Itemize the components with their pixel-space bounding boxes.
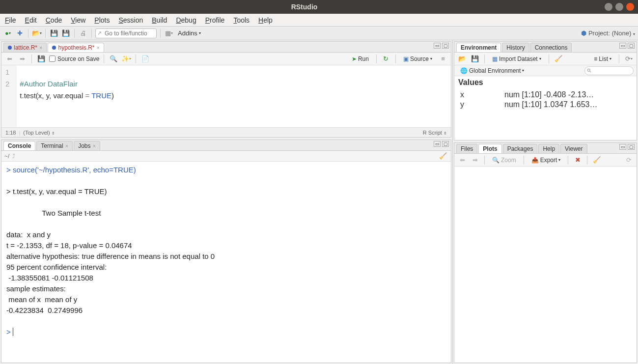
close-tab-icon[interactable]: × [65, 143, 68, 149]
clear-env-icon[interactable]: 🧹 [554, 54, 563, 64]
maximize-pane-icon[interactable]: ▢ [442, 43, 449, 49]
tab-help[interactable]: Help [538, 144, 559, 153]
minimize-pane-icon[interactable]: ▭ [434, 43, 441, 49]
export-button[interactable]: 📤 Export ▾ [528, 156, 564, 165]
grid-icon[interactable]: ▦▾ [164, 28, 174, 38]
window-controls [605, 3, 634, 11]
env-scope-bar: 🌐 Global Environment ▾ [454, 65, 637, 76]
maximize-button[interactable] [615, 3, 623, 11]
back-icon[interactable]: ⬅ [4, 54, 14, 64]
console-output[interactable]: > source('~/hypothesis.R', echo=TRUE) > … [1, 162, 451, 363]
addins-dropdown[interactable]: Addins ▾ [176, 29, 203, 37]
source-on-save-checkbox[interactable]: Source on Save [49, 56, 99, 62]
code-editor[interactable]: 1 2 #Author DataFlair t.test(x, y, var.e… [1, 65, 451, 127]
forward-icon[interactable]: ➡ [17, 54, 27, 64]
new-file-icon[interactable]: ●▾ [3, 28, 13, 38]
env-tabs: Environment History Connections ▭ ▢ [454, 42, 637, 53]
project-menu[interactable]: Project: (None) ▾ [588, 29, 635, 37]
env-row[interactable]: x num [1:10] -0.408 -2.13… [454, 90, 637, 100]
menu-view[interactable]: View [71, 16, 85, 24]
scope-selector[interactable]: 🌐 Global Environment ▾ [457, 66, 527, 75]
run-button[interactable]: ➤ Run [349, 55, 372, 63]
close-tab-icon[interactable]: × [39, 45, 42, 51]
env-search-input[interactable] [584, 66, 634, 75]
close-button[interactable] [626, 3, 634, 11]
outline-icon[interactable]: ≡ [438, 54, 448, 64]
console-path-icon[interactable]: ⤴ [12, 153, 15, 160]
new-project-icon[interactable]: ✚ [15, 28, 25, 38]
menu-file[interactable]: File [5, 16, 16, 24]
list-view-button[interactable]: ≡ List ▾ [591, 55, 614, 63]
env-row[interactable]: y num [1:10] 1.0347 1.653… [454, 100, 637, 110]
find-icon[interactable]: 🔍 [109, 54, 118, 64]
print-icon[interactable]: 🖨 [78, 28, 88, 38]
menu-plots[interactable]: Plots [94, 16, 110, 24]
load-workspace-icon[interactable]: 📂 [457, 54, 467, 64]
minimize-pane-icon[interactable]: ▭ [619, 144, 626, 150]
tab-console[interactable]: Console [3, 141, 35, 150]
maximize-pane-icon[interactable]: ▢ [628, 43, 635, 49]
separator [74, 29, 75, 38]
scope-selector[interactable]: (Top Level) ⇕ [23, 130, 55, 136]
close-tab-icon[interactable]: × [97, 45, 100, 51]
menu-edit[interactable]: Edit [25, 16, 37, 24]
separator [91, 29, 92, 38]
menu-code[interactable]: Code [46, 16, 62, 24]
console-path: ~/ [4, 153, 9, 160]
menu-tools[interactable]: Tools [233, 16, 250, 24]
clear-plots-icon[interactable]: 🧹 [592, 155, 602, 165]
project-icon: ⬢ [581, 29, 586, 37]
next-plot-icon[interactable]: ➡ [470, 155, 480, 165]
maximize-pane-icon[interactable]: ▢ [628, 144, 635, 150]
source-button[interactable]: ▣ Source ▾ [400, 55, 435, 63]
env-toolbar: 📂 💾 ▦ Import Dataset ▾ 🧹 ≡ List ▾ ⟳▾ [454, 53, 637, 65]
save-workspace-icon[interactable]: 💾 [470, 54, 480, 64]
tab-connections[interactable]: Connections [530, 43, 572, 52]
plots-pane: Files Plots Packages Help Viewer ▭ ▢ ⬅ ➡… [454, 142, 637, 363]
report-icon[interactable]: 📄 [140, 54, 150, 64]
minimize-button[interactable] [605, 3, 612, 11]
minimize-pane-icon[interactable]: ▭ [434, 141, 441, 147]
rerun-icon[interactable]: ↻ [381, 54, 391, 64]
refresh-plots-icon[interactable]: ⟳ [624, 155, 634, 165]
clear-console-icon[interactable]: 🧹 [438, 151, 448, 161]
tab-history[interactable]: History [502, 43, 529, 52]
import-dataset-button[interactable]: ▦ Import Dataset ▾ [489, 55, 544, 63]
prev-plot-icon[interactable]: ⬅ [457, 155, 467, 165]
tab-jobs[interactable]: Jobs × [74, 141, 100, 150]
tab-packages[interactable]: Packages [503, 144, 538, 153]
source-tab-1[interactable]: hypothesis.R* × [48, 43, 104, 52]
menu-help[interactable]: Help [258, 16, 273, 24]
tab-plots[interactable]: Plots [478, 144, 501, 153]
zoom-button[interactable]: 🔍 Zoom [489, 156, 519, 165]
menu-build[interactable]: Build [152, 16, 167, 24]
save-all-icon[interactable]: 💾 [61, 28, 71, 38]
file-type[interactable]: R Script ⇕ [423, 130, 447, 136]
source-tab-0[interactable]: lattice.R* × [3, 43, 47, 52]
minimize-pane-icon[interactable]: ▭ [619, 43, 626, 49]
refresh-icon[interactable]: ⟳▾ [624, 54, 634, 64]
close-tab-icon[interactable]: × [93, 143, 96, 149]
tab-terminal[interactable]: Terminal × [36, 141, 73, 150]
maximize-pane-icon[interactable]: ▢ [442, 141, 449, 147]
tab-files[interactable]: Files [456, 144, 477, 153]
source-tabs: lattice.R* × hypothesis.R* × ▭ ▢ [1, 42, 451, 53]
source-pane: lattice.R* × hypothesis.R* × ▭ ▢ ⬅ ➡ 💾 [1, 41, 451, 138]
console-tabs: Console Terminal × Jobs × ▭ ▢ [1, 140, 451, 151]
separator [28, 29, 28, 38]
save-icon[interactable]: 💾 [49, 28, 59, 38]
titlebar: RStudio [0, 0, 638, 14]
wand-icon[interactable]: ✨▾ [121, 54, 131, 64]
menu-session[interactable]: Session [118, 16, 143, 24]
menubar: File Edit Code View Plots Session Build … [0, 14, 638, 27]
file-icon [52, 46, 56, 50]
menu-profile[interactable]: Profile [205, 16, 225, 24]
cursor-position: 1:18 [5, 130, 16, 136]
open-file-icon[interactable]: 📂▾ [32, 28, 42, 38]
tab-environment[interactable]: Environment [456, 43, 501, 52]
remove-plot-icon[interactable]: ✖ [573, 155, 583, 165]
goto-file-input[interactable] [95, 28, 157, 38]
tab-viewer[interactable]: Viewer [560, 144, 587, 153]
save-icon[interactable]: 💾 [36, 54, 46, 64]
menu-debug[interactable]: Debug [176, 16, 196, 24]
